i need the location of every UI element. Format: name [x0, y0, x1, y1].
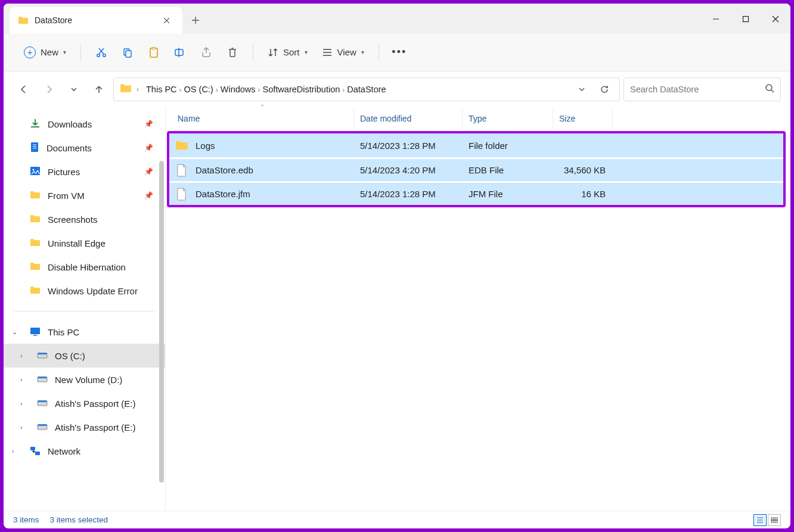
new-tab-button[interactable] [182, 7, 209, 33]
column-header-size[interactable]: Size [553, 107, 613, 130]
navbar: › This PC›OS (C:)›Windows›SoftwareDistri… [4, 71, 790, 107]
new-button[interactable]: + New ▾ [18, 43, 72, 62]
chevron-right-icon[interactable]: › [20, 400, 23, 407]
pin-icon: 📌 [144, 144, 153, 152]
delete-button[interactable] [221, 41, 244, 64]
view-button[interactable]: View ▾ [316, 43, 370, 61]
sidebar-item[interactable]: From VM📌 [4, 183, 165, 207]
file-type: EDB File [464, 165, 554, 175]
sidebar-item-this-pc[interactable]: ⌄ This PC [4, 320, 165, 344]
column-headers: Name ⌃ Date modified Type Size [166, 107, 790, 130]
document-icon [30, 142, 39, 154]
svg-rect-0 [743, 17, 749, 22]
view-label: View [337, 47, 356, 57]
refresh-button[interactable] [596, 85, 613, 94]
more-button[interactable]: ••• [387, 41, 411, 64]
sidebar-item-label: From VM [48, 191, 85, 201]
chevron-right-icon[interactable]: › [20, 376, 23, 383]
chevron-right-icon[interactable]: › [20, 424, 23, 431]
file-date: 5/14/2023 1:28 PM [355, 189, 464, 199]
content-area: Name ⌃ Date modified Type Size Logs5/14/… [166, 107, 790, 511]
download-icon [30, 119, 41, 130]
sidebar-item-drive[interactable]: ›Atish's Passport (E:) [4, 415, 165, 439]
folder-icon [175, 139, 188, 152]
folder-icon [30, 238, 41, 248]
sidebar-item-label: Downloads [48, 119, 92, 129]
search-input[interactable] [630, 85, 765, 94]
explorer-window: DataStore + New ▾ Sort [4, 4, 790, 528]
svg-rect-6 [152, 47, 156, 49]
address-dropdown-button[interactable] [573, 86, 591, 93]
minimize-button[interactable] [701, 7, 731, 31]
view-toggle [753, 514, 781, 526]
svg-rect-22 [30, 447, 35, 450]
breadcrumb-segment[interactable]: This PC [144, 83, 179, 95]
copy-button[interactable] [116, 41, 139, 64]
rename-button[interactable] [168, 41, 192, 64]
svg-rect-13 [33, 335, 37, 336]
svg-point-11 [33, 169, 35, 170]
sidebar-item-drive[interactable]: ›OS (C:) [4, 344, 165, 368]
breadcrumb-segment[interactable]: DataStore [345, 83, 388, 95]
svg-rect-14 [38, 354, 47, 358]
sidebar-item-label: Atish's Passport (E:) [55, 422, 135, 433]
file-row[interactable]: DataStore.jfm5/14/2023 1:28 PMJFM File16… [169, 181, 783, 205]
sidebar-item[interactable]: Downloads📌 [4, 112, 165, 136]
search-box[interactable] [624, 77, 781, 101]
monitor-icon [30, 327, 41, 337]
column-header-date[interactable]: Date modified [354, 107, 463, 130]
chevron-right-icon[interactable]: › [12, 447, 14, 455]
close-window-button[interactable] [761, 7, 790, 31]
svg-rect-18 [38, 402, 47, 406]
column-header-name[interactable]: Name ⌃ [166, 107, 354, 130]
sidebar-item-label: Uninstall Edge [48, 238, 106, 248]
sidebar-item-drive[interactable]: ›New Volume (D:) [4, 368, 165, 391]
svg-point-2 [103, 54, 106, 56]
chevron-right-icon: › [137, 85, 139, 94]
sidebar-item-label: Windows Update Error [48, 286, 138, 296]
scrollbar[interactable] [159, 161, 164, 483]
file-row[interactable]: Logs5/14/2023 1:28 PMFile folder [169, 133, 783, 157]
back-button[interactable] [13, 79, 35, 100]
paste-button[interactable] [142, 41, 166, 64]
recent-button[interactable] [63, 79, 85, 100]
file-date: 5/14/2023 1:28 PM [355, 141, 464, 151]
sidebar-item-network[interactable]: › Network [4, 439, 165, 463]
file-row[interactable]: DataStore.edb5/14/2023 4:20 PMEDB File34… [169, 157, 783, 181]
sidebar-item[interactable]: Disable Hibernation [4, 255, 165, 279]
sidebar-item[interactable]: Documents📌 [4, 136, 165, 160]
svg-rect-12 [30, 328, 40, 334]
forward-button[interactable] [38, 79, 60, 100]
cut-button[interactable] [89, 41, 113, 64]
up-button[interactable] [88, 79, 110, 100]
maximize-button[interactable] [731, 7, 761, 31]
file-list-highlight: Logs5/14/2023 1:28 PMFile folderDataStor… [167, 131, 786, 207]
sidebar-item[interactable]: Pictures📌 [4, 160, 165, 183]
titlebar: DataStore [4, 4, 790, 33]
address-bar[interactable]: › This PC›OS (C:)›Windows›SoftwareDistri… [113, 77, 620, 101]
view-details-button[interactable] [753, 514, 767, 526]
drive-icon [37, 376, 48, 383]
search-icon [765, 83, 774, 95]
sidebar-item-drive[interactable]: ›Atish's Passport (E:) [4, 391, 165, 415]
view-thumbnails-button[interactable] [768, 514, 781, 526]
breadcrumb-segment[interactable]: SoftwareDistribution [260, 83, 343, 95]
window-controls [701, 7, 790, 31]
column-header-type[interactable]: Type [463, 107, 553, 130]
svg-rect-25 [775, 518, 777, 520]
file-name: DataStore.jfm [196, 189, 250, 199]
chevron-right-icon[interactable]: › [20, 352, 23, 359]
share-button[interactable] [194, 41, 218, 64]
sidebar-item[interactable]: Uninstall Edge [4, 231, 165, 255]
sidebar-item-label: This PC [48, 327, 79, 337]
sidebar-item[interactable]: Windows Update Error [4, 279, 165, 303]
active-tab[interactable]: DataStore [10, 7, 182, 33]
close-tab-button[interactable] [162, 16, 170, 24]
pin-icon: 📌 [144, 167, 153, 176]
chevron-down-icon[interactable]: ⌄ [12, 328, 17, 336]
sidebar-item-label: OS (C:) [55, 351, 85, 361]
sort-button[interactable]: Sort ▾ [262, 43, 314, 61]
breadcrumb-segment[interactable]: OS (C:) [182, 83, 216, 95]
breadcrumb-segment[interactable]: Windows [218, 83, 258, 95]
sidebar-item[interactable]: Screenshots [4, 207, 165, 231]
